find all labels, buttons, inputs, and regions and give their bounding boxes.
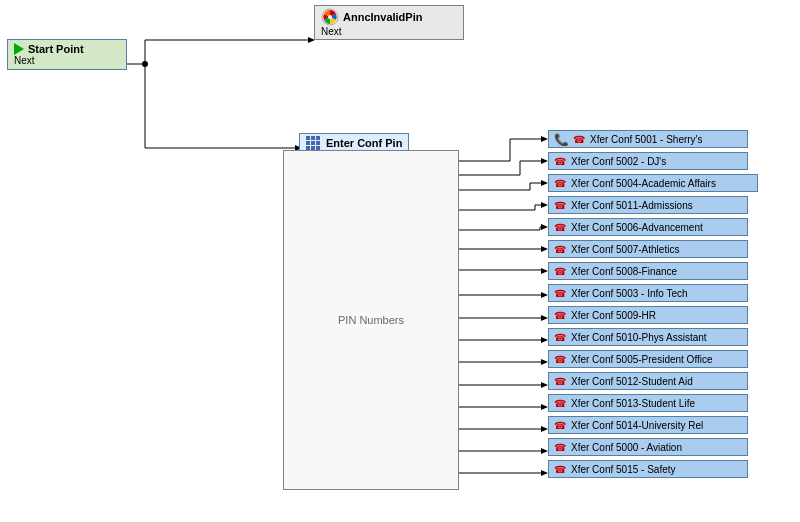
phone-glyph-8: ☎ [554, 288, 566, 299]
xfer-node-9[interactable]: ☎ Xfer Conf 5009-HR [548, 306, 748, 324]
svg-marker-32 [541, 268, 548, 274]
svg-marker-22 [541, 202, 548, 208]
pin-numbers-label: PIN Numbers [338, 314, 404, 326]
xfer-node-5[interactable]: ☎ Xfer Conf 5006-Advancement [548, 218, 748, 236]
phone-glyph-6: ☎ [554, 244, 566, 255]
phone-glyph-15: ☎ [554, 442, 566, 453]
svg-marker-18 [541, 180, 548, 186]
svg-marker-50 [541, 470, 548, 476]
svg-marker-36 [541, 315, 548, 321]
xfer-label-1: Xfer Conf 5001 - Sherry's [590, 134, 703, 145]
phone-glyph-2: ☎ [554, 156, 566, 167]
phone-glyph-5: ☎ [554, 222, 566, 233]
xfer-label-7: Xfer Conf 5008-Finance [571, 266, 677, 277]
svg-point-51 [142, 61, 148, 67]
phone-glyph-14: ☎ [554, 420, 566, 431]
svg-marker-48 [541, 448, 548, 454]
phone-glyph-9: ☎ [554, 310, 566, 321]
xfer-node-14[interactable]: ☎ Xfer Conf 5014-University Rel [548, 416, 748, 434]
play-icon [14, 43, 24, 55]
xfer-node-13[interactable]: ☎ Xfer Conf 5013-Student Life [548, 394, 748, 412]
pin-numbers-box: PIN Numbers [283, 150, 459, 490]
xfer-node-7[interactable]: ☎ Xfer Conf 5008-Finance [548, 262, 748, 280]
xfer-node-4[interactable]: ☎ Xfer Conf 5011-Admissions [548, 196, 748, 214]
grid-icon [306, 136, 320, 150]
xfer-label-6: Xfer Conf 5007-Athletics [571, 244, 679, 255]
xfer-node-1[interactable]: 📞 ☎ Xfer Conf 5001 - Sherry's [548, 130, 748, 148]
xfer-label-3: Xfer Conf 5004-Academic Affairs [571, 178, 716, 189]
xfer-node-8[interactable]: ☎ Xfer Conf 5003 - Info Tech [548, 284, 748, 302]
xfer-label-15: Xfer Conf 5000 - Aviation [571, 442, 682, 453]
xfer-label-8: Xfer Conf 5003 - Info Tech [571, 288, 688, 299]
xfer-node-2[interactable]: ☎ Xfer Conf 5002 - DJ's [548, 152, 748, 170]
enter-conf-pin-title: Enter Conf Pin [326, 137, 402, 149]
svg-marker-46 [541, 426, 548, 432]
xfer-node-15[interactable]: ☎ Xfer Conf 5000 - Aviation [548, 438, 748, 456]
svg-marker-42 [541, 382, 548, 388]
phone-icon-1: 📞 [554, 132, 570, 146]
xfer-label-12: Xfer Conf 5012-Student Aid [571, 376, 693, 387]
phone-glyph-10: ☎ [554, 332, 566, 343]
phone-glyph-7: ☎ [554, 266, 566, 277]
xfer-node-16[interactable]: ☎ Xfer Conf 5015 - Safety [548, 460, 748, 478]
phone-glyph-4: ☎ [554, 200, 566, 211]
xfer-label-10: Xfer Conf 5010-Phys Assistant [571, 332, 707, 343]
svg-marker-34 [541, 292, 548, 298]
phone-glyph-13: ☎ [554, 398, 566, 409]
svg-marker-28 [541, 246, 548, 252]
xfer-label-4: Xfer Conf 5011-Admissions [571, 200, 693, 211]
annc-invalid-pin-node[interactable]: AnncInvalidPin Next [314, 5, 464, 40]
phone-glyph-16: ☎ [554, 464, 566, 475]
start-point-label: Next [14, 55, 120, 66]
phone-glyph-3: ☎ [554, 178, 566, 189]
svg-marker-26 [541, 224, 548, 230]
main-canvas: Start Point Next AnncInvalidPin Next [0, 0, 800, 522]
start-point-title: Start Point [28, 43, 84, 55]
svg-marker-14 [541, 158, 548, 164]
annc-icon [321, 8, 339, 26]
xfer-node-10[interactable]: ☎ Xfer Conf 5010-Phys Assistant [548, 328, 748, 346]
xfer-label-9: Xfer Conf 5009-HR [571, 310, 656, 321]
phone-glyph-1: ☎ [573, 134, 585, 145]
xfer-node-6[interactable]: ☎ Xfer Conf 5007-Athletics [548, 240, 748, 258]
xfer-label-2: Xfer Conf 5002 - DJ's [571, 156, 666, 167]
xfer-label-11: Xfer Conf 5005-President Office [571, 354, 713, 365]
xfer-node-3[interactable]: ☎ Xfer Conf 5004-Academic Affairs [548, 174, 758, 192]
svg-marker-40 [541, 359, 548, 365]
svg-marker-38 [541, 337, 548, 343]
xfer-node-11[interactable]: ☎ Xfer Conf 5005-President Office [548, 350, 748, 368]
svg-point-53 [328, 15, 332, 19]
svg-marker-10 [541, 136, 548, 142]
xfer-label-16: Xfer Conf 5015 - Safety [571, 464, 676, 475]
phone-glyph-12: ☎ [554, 376, 566, 387]
start-point-node[interactable]: Start Point Next [7, 39, 127, 70]
xfer-label-13: Xfer Conf 5013-Student Life [571, 398, 695, 409]
annc-invalid-pin-title: AnncInvalidPin [343, 11, 422, 23]
xfer-label-5: Xfer Conf 5006-Advancement [571, 222, 703, 233]
svg-marker-44 [541, 404, 548, 410]
xfer-node-12[interactable]: ☎ Xfer Conf 5012-Student Aid [548, 372, 748, 390]
phone-glyph-11: ☎ [554, 354, 566, 365]
svg-text:📞: 📞 [554, 132, 569, 146]
xfer-label-14: Xfer Conf 5014-University Rel [571, 420, 703, 431]
annc-invalid-pin-label: Next [321, 26, 457, 37]
